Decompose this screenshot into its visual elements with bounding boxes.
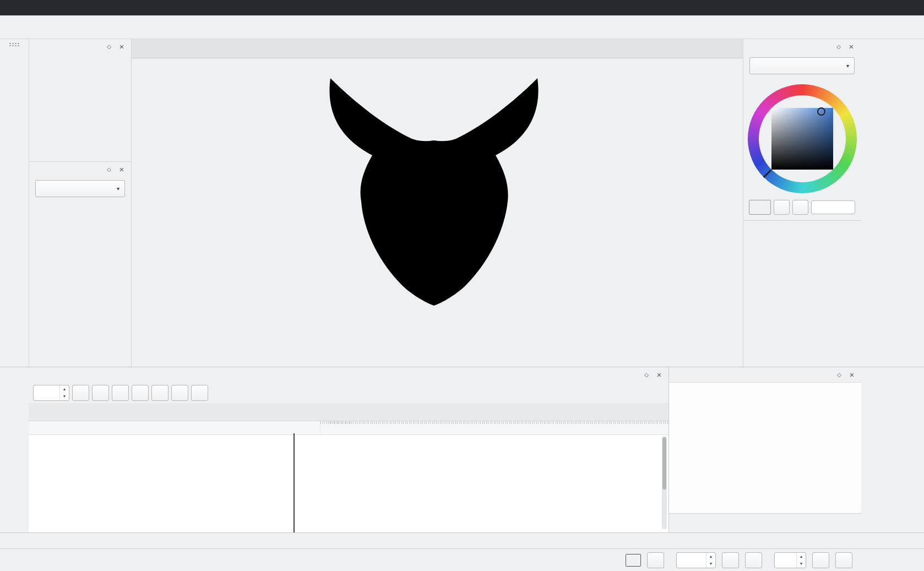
angle-spin-arrows[interactable]: ▲▼ — [796, 553, 806, 568]
main-area: ◇ × ◇ × ▾ — [0, 39, 924, 367]
palette-button[interactable] — [774, 200, 790, 215]
left-dock: ◇ × ◇ × ▾ — [29, 39, 132, 367]
timeline-table — [29, 421, 668, 532]
close-panel-button[interactable]: × — [847, 42, 856, 51]
next-frame-button[interactable] — [151, 385, 169, 401]
value-column-header — [192, 421, 320, 434]
layer-list — [669, 382, 861, 513]
loop-button[interactable] — [92, 385, 109, 401]
zoom-value — [677, 553, 706, 568]
gradient-swatch-button[interactable] — [749, 200, 771, 215]
timeline-panel: ◇ × ▲▼ — [29, 367, 668, 532]
close-panel-button[interactable]: × — [847, 371, 856, 379]
timeline-tabbar — [29, 403, 668, 421]
timeline-scrollbar[interactable] — [662, 436, 667, 529]
reset-rotation-button[interactable] — [812, 552, 829, 568]
float-panel-button[interactable]: ◇ — [835, 371, 844, 379]
canvas-viewport[interactable] — [132, 58, 743, 367]
main-toolbar — [0, 15, 924, 39]
play-button[interactable] — [72, 385, 89, 401]
saturation-value-square[interactable] — [771, 108, 833, 170]
artboard[interactable] — [302, 63, 567, 327]
glaxnimate-window: { "app": {"bg": "#eff0f1", "accent": "#3… — [0, 0, 924, 571]
nostril-left-shape[interactable] — [417, 263, 428, 273]
zoom-spin-arrows[interactable]: ▲▼ — [706, 553, 715, 568]
zoom-fit-button[interactable] — [745, 552, 762, 568]
fill-stroke-tabs — [743, 220, 861, 221]
empty-dock-space — [861, 39, 924, 367]
fill-panel: ◇ × ▾ — [743, 39, 861, 367]
color-wheel[interactable] — [748, 84, 857, 193]
chevron-down-icon: ▾ — [117, 186, 119, 192]
head-shape[interactable] — [329, 78, 538, 306]
tool-strip — [0, 39, 29, 367]
artwork-svg[interactable] — [302, 63, 567, 327]
layers-footer-toolbar — [669, 513, 861, 532]
playback-controls: ▲▼ — [29, 382, 668, 403]
nostril-right-shape[interactable] — [441, 263, 452, 273]
hex-color-input[interactable] — [811, 200, 855, 214]
scrollbar-thumb[interactable] — [662, 437, 666, 490]
angle-spinbox[interactable]: ▲▼ — [774, 552, 806, 568]
document-tabbar — [132, 39, 743, 58]
canvas-area — [132, 39, 743, 367]
statusbar: ▲▼ ▲▼ — [0, 548, 924, 571]
previous-frame-button[interactable] — [132, 385, 149, 401]
last-frame-button[interactable] — [171, 385, 188, 401]
eye-right-shape[interactable] — [454, 170, 464, 208]
first-frame-button[interactable] — [112, 385, 129, 401]
frame-spin-arrows[interactable]: ▲▼ — [59, 385, 69, 400]
current-color-swatch[interactable] — [626, 554, 641, 567]
eye-left-shape[interactable] — [404, 170, 414, 208]
align-panel: ◇ × ▾ — [29, 162, 131, 213]
float-panel-button[interactable]: ◇ — [105, 42, 113, 51]
zoom-spinbox[interactable]: ▲▼ — [676, 552, 716, 568]
snap-grid-button[interactable] — [647, 552, 664, 568]
chevron-down-icon: ▾ — [846, 63, 849, 69]
close-panel-button[interactable]: × — [117, 165, 126, 174]
toolstrip-drag-handle[interactable] — [9, 42, 20, 46]
color-model-dropdown[interactable]: ▾ — [749, 57, 855, 74]
float-panel-button[interactable]: ◇ — [642, 371, 651, 379]
sv-selector[interactable] — [817, 107, 825, 116]
zoom-actual-button[interactable] — [722, 552, 739, 568]
frame-spinbox[interactable]: ▲▼ — [33, 385, 69, 401]
name-column-header — [78, 421, 192, 434]
frame-value — [34, 385, 59, 400]
menubar — [0, 0, 924, 15]
float-panel-button[interactable]: ◇ — [105, 165, 113, 174]
timeline-header-row — [29, 421, 668, 435]
row-controls-header — [29, 421, 78, 434]
tool-options-panel: ◇ × — [29, 39, 131, 162]
timeline-ruler[interactable] — [320, 421, 668, 434]
record-keyframe-button[interactable] — [191, 385, 208, 401]
dock-tab-row — [0, 532, 924, 548]
onion-skin-button[interactable] — [835, 552, 852, 568]
float-panel-button[interactable]: ◇ — [834, 42, 843, 51]
layers-panel: ◇ × — [668, 367, 861, 532]
align-target-dropdown[interactable]: ▾ — [35, 180, 125, 197]
timeline-filler — [29, 435, 668, 532]
color-swatch-row — [743, 200, 861, 219]
clear-color-button[interactable] — [792, 200, 808, 215]
close-panel-button[interactable]: × — [655, 371, 664, 379]
empty-dock-space — [861, 367, 924, 532]
close-panel-button[interactable]: × — [117, 42, 126, 51]
angle-value — [775, 553, 796, 568]
bottom-dock: ◇ × ▲▼ — [0, 367, 924, 532]
align-button-grid — [29, 199, 131, 213]
